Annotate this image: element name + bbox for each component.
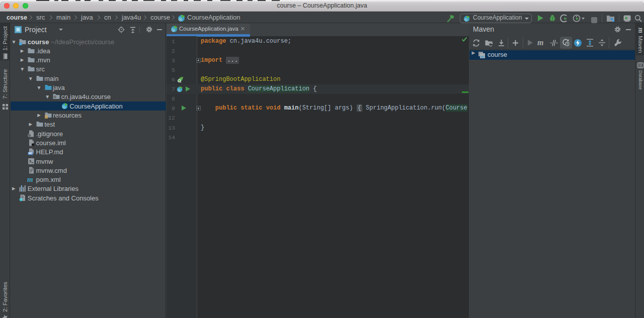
svg-text:MD: MD <box>29 152 33 155</box>
svg-text:m: m <box>480 54 484 59</box>
